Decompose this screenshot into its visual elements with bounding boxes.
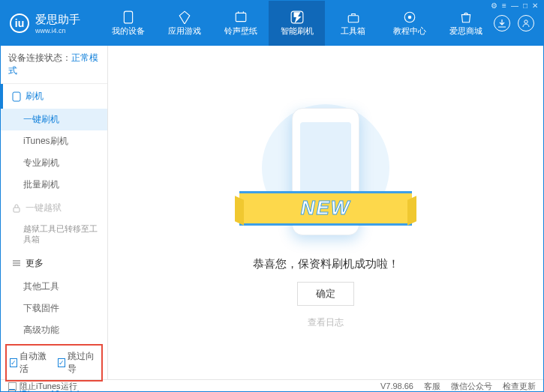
nav-item-3[interactable]: 智能刷机 [269,1,325,46]
section-more[interactable]: 更多 [1,251,107,276]
checkbox-skip-guide[interactable]: ✓跳过向导 [58,350,98,376]
checkbox-auto-activate[interactable]: ✓自动激活 [10,350,50,376]
flash-item-0[interactable]: 一键刷机 [1,109,107,130]
app-url: www.i4.cn [35,27,80,34]
svg-point-6 [524,20,527,23]
app-header: iu 爱思助手 www.i4.cn 我的设备应用游戏铃声壁纸智能刷机工具箱教程中… [1,1,543,46]
nav-item-0[interactable]: 我的设备 [100,1,156,46]
main-content: NEW 恭喜您，保资料刷机成功啦！ 确定 查看日志 [108,46,543,379]
app-logo: iu 爱思助手 www.i4.cn [10,13,100,34]
tutorial-icon [403,10,416,24]
more-item-2[interactable]: 高级功能 [1,319,107,341]
main-nav: 我的设备应用游戏铃声壁纸智能刷机工具箱教程中心爱思商城 [100,1,494,46]
lock-icon [12,204,21,213]
jailbreak-note: 越狱工具已转移至工具箱 [1,220,107,251]
svg-rect-7 [13,92,20,101]
store-icon [459,10,473,24]
app-name: 爱思助手 [35,13,80,27]
section-jailbreak[interactable]: 一键越狱 [1,196,107,220]
menu-icon [12,259,21,268]
new-banner: NEW [239,191,412,226]
phone-icon [122,10,135,24]
sidebar: 设备连接状态：正常模式 刷机 一键刷机iTunes刷机专业刷机批量刷机 一键越狱… [1,46,108,379]
wechat-link[interactable]: 微信公众号 [451,381,492,392]
window-controls: ⚙ ≡ — □ ✕ [491,1,538,10]
svg-rect-3 [348,15,359,22]
svg-rect-8 [14,208,20,212]
update-link[interactable]: 检查更新 [503,381,536,392]
connection-status: 设备连接状态：正常模式 [1,46,107,84]
flash-item-3[interactable]: 批量刷机 [1,174,107,196]
checkbox-block-itunes[interactable]: 阻止iTunes运行 [8,381,77,392]
user-icon[interactable] [518,15,534,31]
options-highlight: ✓自动激活 ✓跳过向导 [5,344,103,382]
flash-item-1[interactable]: iTunes刷机 [1,130,107,152]
minimize-icon[interactable]: — [511,1,518,10]
nav-item-2[interactable]: 铃声壁纸 [212,1,269,46]
svg-rect-0 [124,11,132,23]
list-icon[interactable]: ≡ [502,1,506,10]
nav-item-6[interactable]: 爱思商城 [437,1,494,46]
settings-icon[interactable]: ⚙ [491,1,497,10]
toolbox-icon [347,10,360,24]
more-item-0[interactable]: 其他工具 [1,276,107,298]
maximize-icon[interactable]: □ [523,1,527,10]
more-item-1[interactable]: 下载固件 [1,298,107,319]
success-message: 恭喜您，保资料刷机成功啦！ [253,257,399,271]
apps-icon [178,10,191,24]
logo-icon: iu [10,13,29,33]
nav-item-1[interactable]: 应用游戏 [156,1,212,46]
close-icon[interactable]: ✕ [532,1,538,10]
nav-item-4[interactable]: 工具箱 [325,1,381,46]
flash-icon [290,10,304,24]
support-link[interactable]: 客服 [424,381,440,392]
confirm-button[interactable]: 确定 [297,282,354,306]
success-illustration: NEW [262,97,389,247]
svg-point-5 [407,15,411,19]
version-label: V7.98.66 [380,382,413,391]
section-flash[interactable]: 刷机 [1,84,107,109]
view-log-link[interactable]: 查看日志 [308,316,344,329]
nav-item-5[interactable]: 教程中心 [381,1,437,46]
download-icon[interactable] [494,15,510,31]
header-right [494,15,534,31]
media-icon [234,10,248,24]
phone-icon [12,91,21,102]
flash-item-2[interactable]: 专业刷机 [1,152,107,174]
svg-rect-1 [236,13,246,21]
